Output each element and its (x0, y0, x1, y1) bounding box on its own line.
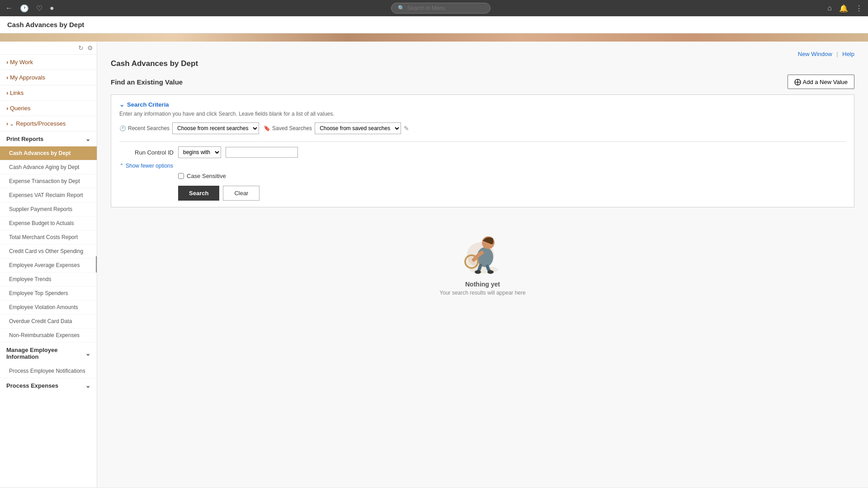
empty-illustration (456, 221, 510, 275)
sidebar-item-supplier-payment-reports[interactable]: Supplier Payment Reports (0, 202, 97, 216)
top-nav-right: ⌂ 🔔 ⋮ (827, 4, 863, 13)
sidebar-section-print-reports[interactable]: Print Reports ⌄ (0, 131, 97, 146)
page-title-bar: Cash Advances by Dept (0, 16, 868, 33)
sidebar-item-cash-advance-aging-by-dept[interactable]: Cash Advance Aging by Dept (0, 160, 97, 174)
empty-state-title: Nothing yet (465, 281, 500, 288)
chevron-down-icon: ⌄ (85, 382, 90, 389)
clock-icon: 🕐 (119, 125, 126, 131)
sidebar-item-links[interactable]: Links (0, 85, 97, 101)
search-panel: ⌄ Search Criteria Enter any information … (111, 94, 854, 207)
help-circle-icon[interactable]: ● (50, 4, 54, 12)
svg-point-6 (475, 270, 481, 274)
case-sensitive-checkbox[interactable] (178, 173, 184, 179)
svg-point-7 (487, 270, 494, 274)
clear-button[interactable]: Clear (223, 186, 259, 201)
sidebar-item-total-merchant-costs-report[interactable]: Total Merchant Costs Report (0, 230, 97, 244)
chevron-down-icon: ⌄ (119, 101, 124, 108)
main-layout: ↻ ⚙ My Work My Approvals Links Queries ⌄… (0, 42, 868, 487)
bookmark-icon: 🔖 (264, 125, 270, 131)
new-window-link[interactable]: New Window (798, 51, 832, 57)
favorites-icon[interactable]: ♡ (36, 4, 42, 13)
header-links: New Window | Help (798, 51, 854, 57)
sidebar-item-expense-transaction-by-dept[interactable]: Expense Transaction by Dept (0, 174, 97, 188)
menu-dots-icon[interactable]: ⋮ (855, 4, 863, 13)
content-title: Cash Advances by Dept (111, 59, 854, 68)
search-button[interactable]: Search (178, 186, 219, 201)
sidebar-item-non-reimbursable-expenses[interactable]: Non-Reimbursable Expenses (0, 328, 97, 343)
sidebar-item-expense-budget-to-actuals[interactable]: Expense Budget to Actuals (0, 216, 97, 230)
chevron-up-icon: ⌃ (119, 163, 124, 169)
sidebar-item-employee-violation-amounts[interactable]: Employee Violation Amounts (0, 300, 97, 314)
sidebar-item-expenses-vat-reclaim-report[interactable]: Expenses VAT Reclaim Report (0, 188, 97, 202)
gear-icon[interactable]: ⚙ (87, 44, 93, 52)
find-existing-row: Find an Existing Value ⨁ Add a New Value (111, 75, 854, 89)
saved-searches-select[interactable]: Choose from saved searches (315, 122, 401, 134)
sidebar-item-employee-top-spenders[interactable]: Employee Top Spenders (0, 286, 97, 300)
empty-state: Nothing yet Your search results will app… (111, 207, 854, 310)
empty-state-subtitle: Your search results will appear here (439, 290, 525, 296)
sidebar-item-my-work[interactable]: My Work (0, 55, 97, 70)
case-sensitive-label: Case Sensitive (187, 173, 226, 179)
decorative-bar (0, 33, 868, 42)
home-icon[interactable]: ⌂ (827, 4, 832, 12)
show-fewer-options-toggle[interactable]: ⌃ Show fewer options (119, 163, 846, 169)
top-nav: ← 🕐 ♡ ● 🔍 ⌂ 🔔 ⋮ (0, 0, 868, 16)
sidebar-item-my-approvals[interactable]: My Approvals (0, 70, 97, 85)
sidebar-toggle-button[interactable]: ▮▮ (96, 256, 97, 272)
menu-search-input[interactable] (407, 5, 484, 11)
sidebar-section-manage-employee[interactable]: Manage Employee Information ⌄ (0, 343, 97, 364)
edit-saved-searches-icon[interactable]: ✎ (404, 125, 409, 132)
recent-searches-group: 🕐 Recent Searches Choose from recent sea… (119, 122, 259, 134)
case-sensitive-row: Case Sensitive (119, 173, 846, 179)
page-title: Cash Advances by Dept (7, 21, 84, 28)
search-icon: 🔍 (398, 5, 405, 11)
bell-icon[interactable]: 🔔 (839, 4, 848, 13)
top-nav-left: ← 🕐 ♡ ● (5, 4, 54, 13)
refresh-icon[interactable]: ↻ (78, 44, 84, 52)
search-selectors-row: 🕐 Recent Searches Choose from recent sea… (119, 122, 846, 134)
search-buttons-row: Search Clear (119, 186, 846, 201)
sidebar-item-reports-processes[interactable]: ⌄ Reports/Processes (0, 116, 97, 131)
search-info-text: Enter any information you have and click… (119, 111, 846, 117)
search-fields-row: Run Control ID begins with contains = no… (119, 146, 846, 158)
add-new-value-button[interactable]: ⨁ Add a New Value (788, 75, 855, 89)
saved-searches-label: 🔖 Saved Searches (264, 125, 312, 131)
chevron-down-icon: ⌄ (85, 350, 90, 357)
history-icon[interactable]: 🕐 (20, 4, 29, 13)
sidebar-item-process-employee-notifications[interactable]: Process Employee Notifications (0, 364, 97, 378)
find-existing-title: Find an Existing Value (111, 78, 183, 86)
main-header: New Window | Help (111, 51, 854, 57)
help-link[interactable]: Help (842, 51, 854, 57)
run-control-id-input[interactable] (226, 147, 298, 158)
recent-searches-label: 🕐 Recent Searches (119, 125, 170, 131)
run-control-id-label: Run Control ID (119, 149, 174, 156)
sidebar-item-credit-card-vs-other-spending[interactable]: Credit Card vs Other Spending (0, 244, 97, 258)
plus-icon: ⨁ (794, 78, 801, 86)
back-icon[interactable]: ← (5, 4, 13, 12)
sidebar-toolbar: ↻ ⚙ (0, 42, 97, 55)
sidebar-section-process-expenses[interactable]: Process Expenses ⌄ (0, 378, 97, 393)
header-link-separator: | (836, 51, 838, 57)
sidebar: ↻ ⚙ My Work My Approvals Links Queries ⌄… (0, 42, 97, 487)
sidebar-item-employee-trends[interactable]: Employee Trends (0, 272, 97, 286)
sidebar-item-queries[interactable]: Queries (0, 101, 97, 116)
sidebar-item-employee-average-expenses[interactable]: Employee Average Expenses (0, 258, 97, 272)
chevron-down-icon: ⌄ (85, 136, 90, 142)
main-content: New Window | Help Cash Advances by Dept … (97, 42, 868, 487)
recent-searches-select[interactable]: Choose from recent searches (172, 122, 259, 134)
search-criteria-toggle[interactable]: ⌄ Search Criteria (119, 101, 846, 108)
top-nav-search-container: 🔍 (391, 3, 491, 14)
run-control-id-filter-select[interactable]: begins with contains = not = ends with (178, 146, 221, 158)
saved-searches-group: 🔖 Saved Searches Choose from saved searc… (264, 122, 409, 134)
search-divider (119, 141, 846, 142)
sidebar-item-cash-advances-by-dept[interactable]: Cash Advances by Dept (0, 146, 97, 160)
sidebar-item-overdue-credit-card-data[interactable]: Overdue Credit Card Data (0, 314, 97, 328)
svg-point-8 (467, 242, 494, 267)
